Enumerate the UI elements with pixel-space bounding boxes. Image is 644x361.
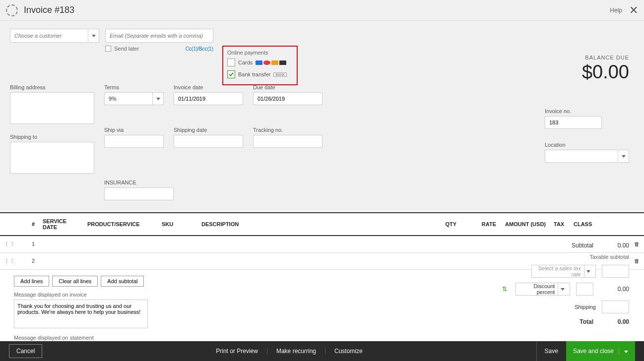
location-label: Location (545, 142, 629, 148)
bank-badge: BANK (273, 72, 287, 77)
billing-address-input[interactable] (10, 92, 94, 124)
cards-checkbox[interactable] (227, 59, 235, 66)
discount-type-select[interactable]: Discount percent (515, 283, 570, 296)
discount-caret-icon[interactable] (558, 283, 567, 295)
col-product: PRODUCT/SERVICE (83, 213, 158, 236)
bank-transfer-checkbox[interactable] (227, 70, 235, 78)
shipping-date-input[interactable] (174, 135, 243, 148)
ship-via-label: Ship via (104, 127, 164, 133)
history-icon[interactable] (6, 4, 18, 16)
col-class: CLASS (570, 213, 629, 236)
balance-due-block: BALANCE DUE $0.00 (582, 55, 629, 83)
col-sku: SKU (158, 213, 197, 236)
close-icon[interactable]: ✕ (629, 4, 638, 17)
billing-address-label: Billing address (10, 84, 94, 90)
customize-link[interactable]: Customize (325, 348, 372, 355)
total-label: Total (580, 318, 593, 325)
col-num: # (19, 213, 39, 236)
sales-tax-select[interactable]: Select a sales tax rate (531, 265, 596, 278)
header-bar: Invoice #183 Help ✕ (0, 0, 644, 21)
save-close-label: Save and close (573, 348, 614, 355)
add-subtotal-button[interactable]: Add subtotal (101, 276, 144, 287)
page-title: Invoice #183 (24, 5, 74, 15)
discount-value: 0.00 (599, 286, 629, 293)
delete-row-icon[interactable]: 🗑 (629, 252, 644, 269)
delete-row-icon[interactable]: 🗑 (629, 236, 644, 252)
tracking-no-label: Tracking no. (253, 127, 322, 133)
message-invoice-input[interactable] (14, 300, 148, 328)
col-service-date: SERVICE DATE (39, 213, 83, 236)
balance-due-amount: $0.00 (582, 61, 629, 83)
add-lines-button[interactable]: Add lines (14, 276, 49, 287)
clear-all-lines-button[interactable]: Clear all lines (52, 276, 98, 287)
discount-input[interactable] (576, 283, 593, 296)
terms-caret-icon[interactable] (152, 93, 163, 105)
taxable-subtotal-label: Taxable subtotal (590, 254, 630, 260)
online-payments-box: Online payments Cards Bank transfer BANK (222, 46, 298, 85)
shipping-amount-input[interactable] (602, 301, 629, 313)
cancel-button[interactable]: Cancel (9, 344, 42, 358)
invoice-no-label: Invoice no. (545, 108, 629, 114)
shipping-total-label: Shipping (575, 304, 596, 310)
card-brand-icons (256, 60, 286, 65)
col-amount: AMOUNT (USD) (500, 213, 550, 236)
form-header-area: Send later Cc(1)/Bcc(1) Online payments … (0, 21, 644, 212)
footer-bar: Cancel Print or Preview Make recurring C… (0, 341, 644, 361)
print-preview-link[interactable]: Print or Preview (207, 348, 267, 355)
save-close-dropdown-icon[interactable] (619, 348, 628, 355)
grip-icon[interactable]: ⋮⋮ (0, 252, 19, 269)
row-num: 2 (19, 252, 39, 269)
customer-dropdown-caret[interactable] (88, 29, 99, 42)
totals-area: Subtotal0.00 Taxable subtotal Select a s… (470, 242, 629, 330)
make-recurring-link[interactable]: Make recurring (267, 348, 325, 355)
tracking-no-input[interactable] (253, 135, 322, 148)
swap-icon[interactable]: ⇅ (500, 284, 510, 294)
subtotal-value: 0.00 (599, 242, 629, 249)
message-statement-label: Message displayed on statement (14, 335, 630, 341)
invoice-no-input[interactable] (545, 116, 602, 129)
customer-input[interactable] (10, 33, 88, 39)
col-qty: QTY (426, 213, 460, 236)
email-input[interactable] (105, 29, 213, 43)
online-payments-title: Online payments (227, 50, 293, 56)
insurance-input[interactable] (104, 187, 174, 200)
col-rate: RATE (460, 213, 500, 236)
sales-tax-placeholder: Select a sales tax rate (535, 265, 581, 277)
cards-label: Cards (238, 60, 253, 65)
total-value: 0.00 (599, 318, 629, 325)
tax-amount-input[interactable] (602, 265, 629, 278)
ship-via-input[interactable] (104, 135, 164, 148)
col-description: DESCRIPTION (197, 213, 426, 236)
invoice-date-input[interactable] (174, 92, 243, 105)
customer-select[interactable] (10, 29, 99, 43)
location-caret-icon[interactable] (618, 150, 629, 162)
cc-bcc-link[interactable]: Cc(1)/Bcc(1) (186, 46, 213, 52)
grip-icon[interactable]: ⋮⋮ (0, 236, 19, 252)
send-later-label: Send later (114, 46, 139, 52)
save-button[interactable]: Save (536, 341, 566, 361)
insurance-label: INSURANCE (104, 180, 174, 185)
subtotal-label: Subtotal (572, 242, 593, 249)
tax-caret-icon[interactable] (584, 265, 592, 277)
due-date-input[interactable] (253, 92, 322, 105)
shipping-to-input[interactable] (10, 142, 94, 174)
shipping-date-label: Shipping date (174, 127, 243, 133)
terms-value: 9% (109, 96, 117, 102)
col-tax: TAX (550, 213, 570, 236)
terms-label: Terms (104, 84, 164, 90)
discount-label: Discount percent (519, 283, 555, 295)
send-later-checkbox[interactable] (105, 46, 111, 52)
help-label: Help (610, 7, 622, 14)
balance-due-label: BALANCE DUE (582, 55, 629, 60)
terms-select[interactable]: 9% (104, 92, 164, 105)
bank-transfer-label: Bank transfer (238, 71, 270, 77)
save-and-close-button[interactable]: Save and close (566, 341, 635, 361)
location-select[interactable] (545, 150, 629, 163)
shipping-to-label: Shipping to (10, 134, 94, 140)
row-num: 1 (19, 236, 39, 252)
help-button[interactable]: Help (608, 7, 622, 14)
